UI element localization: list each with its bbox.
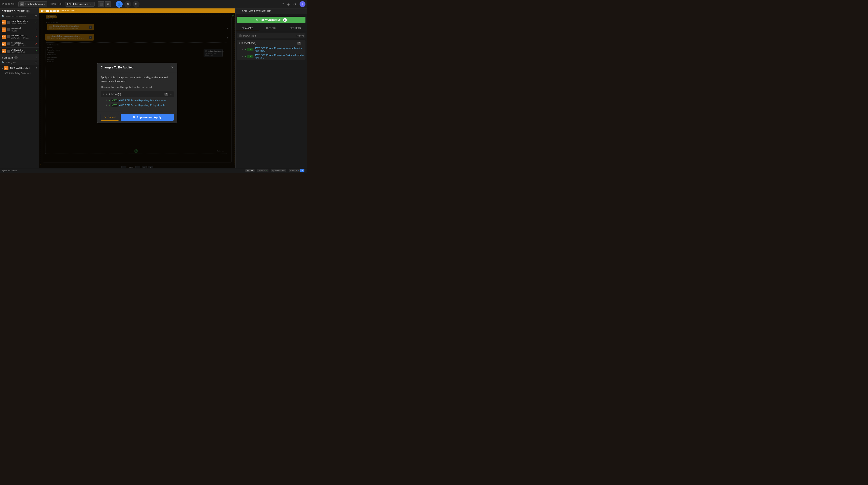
aws-group-count: 1	[36, 67, 37, 69]
tab-secrets[interactable]: SECRETS	[283, 26, 307, 31]
outline-badge: 5	[26, 10, 30, 12]
nav-beaker-icon[interactable]: ⚗	[124, 1, 131, 8]
aws-iam-group[interactable]: ▾ aws AWS IAM Revisited 1	[0, 65, 39, 71]
sidebar-item-lambda-repo[interactable]: aws lambda-how-... AWS ECR Privat... ✓ ✗	[0, 33, 39, 40]
modal-overlay: Changes To Be Applied ✕ Applying this ch…	[39, 13, 235, 168]
action-link-1[interactable]: AWS ECR Private Repository lambda-how-to…	[119, 99, 167, 102]
ci-arrow-2: ↳	[241, 55, 243, 58]
assets-info-icon[interactable]: ℹ	[36, 56, 37, 59]
delete-button[interactable]: 🗑	[105, 1, 111, 7]
system-initiative-label: System Initiative	[2, 169, 17, 172]
item-text: us-east-1 Region	[11, 27, 34, 32]
actions-chevron-icon[interactable]: ▾	[103, 93, 104, 95]
sidebar-item-si-lambda[interactable]: aws si-lambda-... AWS ECR Priv... ✗	[0, 40, 39, 47]
right-content: ⏸ Put On Hold Remove ▾ ≡ 2 Action(s) 2 +…	[236, 31, 307, 168]
ci-plus-2: +	[245, 55, 246, 58]
changeset-section: CHANGE SET: ECR Infrastructure ▾	[50, 2, 95, 6]
changes-group: ▾ ≡ 2 Action(s) 2 + ↳ + CRT: AWS ECR Pri…	[237, 40, 306, 60]
nav-eye-icon[interactable]: 👁	[133, 1, 140, 8]
ci-link-2[interactable]: AWS ECR Private Repository Policy si-lam…	[255, 54, 304, 59]
item-sub: AWS ECR Privat...	[11, 37, 31, 39]
action-arrow-icon: ↳	[106, 99, 107, 102]
change-item-1: ↳ + CRT: AWS ECR Private Repository lamb…	[237, 46, 306, 53]
assets-icon: ◈	[2, 56, 3, 59]
asset-filter-icon[interactable]: ▽	[35, 61, 37, 64]
item-grid-icon	[7, 42, 10, 45]
toggle-on-badge[interactable]: On	[300, 169, 304, 172]
cancel-button[interactable]: ✕ Cancel	[101, 114, 119, 121]
discord-icon[interactable]: ◈	[287, 2, 290, 6]
right-sidebar-title: ECR INFRASTRUCTURE	[242, 10, 271, 12]
changeset-selector[interactable]: ECR Infrastructure ▾	[65, 2, 95, 6]
filter-icon[interactable]: ▽	[35, 15, 37, 18]
item-sub: AWS IAM Poli...	[11, 51, 34, 54]
settings-icon[interactable]: ⚙	[293, 2, 296, 6]
ci-crt-2: CRT:	[247, 55, 253, 58]
user-avatar[interactable]: P	[300, 1, 306, 7]
action-crt-label: CRT:	[112, 99, 118, 102]
item-check-green: ✓	[35, 50, 37, 53]
apply-changeset-button[interactable]: ✕ Apply Change Set 2	[237, 17, 306, 23]
search-bar: 🔍 ▽	[0, 14, 39, 19]
asset-search-bar: 🔍 ▽	[0, 60, 39, 65]
sidebar-item-si-tools-sandbox[interactable]: aws si-tools-sandbox AWS Credential ✓	[0, 19, 39, 26]
tab-changes[interactable]: CHANGES	[236, 26, 259, 31]
actions-plus-btn[interactable]: +	[170, 93, 172, 96]
canvas-area: si-tools-sandbox AWS Credential: 1 us-ea…	[39, 8, 235, 168]
approve-icon: ✕	[133, 116, 135, 119]
apply-icon: ✕	[256, 19, 258, 21]
action-arrow-icon-2: ↳	[106, 104, 107, 107]
hold-label: Put On Hold	[243, 34, 256, 37]
reset-button[interactable]: ⬛	[98, 1, 104, 7]
tab-history[interactable]: HISTORY	[259, 26, 283, 31]
total-badge: Total: 5 3	[257, 169, 269, 172]
total-label: Total: 5	[258, 169, 265, 172]
cg-plus-btn[interactable]: +	[302, 42, 304, 44]
item-name: us-east-1	[11, 27, 34, 30]
sidebar-item-us-east-1[interactable]: aws us-east-1 Region ✓	[0, 26, 39, 33]
outline-title: DEFAULT OUTLINE	[2, 10, 25, 12]
aws-icon: aws	[2, 28, 6, 32]
workspace-icon: SI	[20, 2, 24, 6]
right-header-icon: ✦	[238, 10, 240, 13]
item-text: lambda-how-... AWS ECR Privat...	[11, 34, 31, 39]
top-icons: ⬛ 🗑	[98, 1, 111, 7]
remove-link[interactable]: Remove	[296, 35, 304, 37]
action-crt-label-2: CRT:	[112, 104, 118, 107]
put-on-hold-row: ⏸ Put On Hold Remove	[237, 33, 306, 38]
nav-users-icon[interactable]: 👤	[116, 1, 123, 8]
put-on-hold-left: ⏸ Put On Hold	[239, 34, 256, 37]
canvas-top-label: si-tools-sandbox	[41, 9, 59, 12]
workspace-chevron: ▾	[44, 3, 45, 6]
cg-chevron-icon[interactable]: ▾	[239, 42, 240, 44]
asset-search-input[interactable]	[6, 61, 34, 64]
diff-button[interactable]: ⊞ Diff	[245, 169, 254, 172]
item-sub: Region	[11, 30, 34, 32]
modal-title: Changes To Be Applied	[101, 66, 134, 69]
assets-badge: 1	[14, 56, 18, 59]
workspace-name: Lambda how-to	[25, 3, 43, 6]
aws-group-icon: aws	[4, 66, 8, 70]
ci-arrow-1: ↳	[241, 48, 243, 51]
sidebar-item-allow-lambda[interactable]: aws AllowLam... AWS IAM Poli... ✓	[0, 47, 39, 55]
asset-sub-item: AWS IAM Policy Statement	[0, 71, 39, 75]
actions-label: 2 Action(s)	[109, 93, 163, 96]
item-grid-icon	[7, 50, 10, 53]
help-icon[interactable]: ?	[282, 2, 284, 6]
aws-group-name: AWS IAM Revisited	[10, 67, 35, 69]
actions-count-badge: 2	[164, 93, 168, 96]
search-input[interactable]	[6, 15, 34, 18]
item-check-red: ✗	[35, 35, 37, 38]
workspace-selector[interactable]: SI Lambda how-to ▾	[19, 1, 48, 7]
ci-link-1[interactable]: AWS ECR Private Repository lambda-how-to…	[255, 47, 304, 52]
item-sub: AWS ECR Priv...	[11, 44, 34, 46]
modal-close-button[interactable]: ✕	[171, 65, 174, 69]
changes-group-header: ▾ ≡ 2 Action(s) 2 +	[237, 40, 306, 46]
approve-apply-button[interactable]: ✕ Approve and Apply	[121, 114, 174, 121]
action-link-2[interactable]: AWS ECR Private Repository Policy si-lam…	[119, 104, 166, 106]
action-item-2: ↳ + CRT: AWS ECR Private Repository Poli…	[101, 103, 174, 108]
item-check-green: ✓	[35, 21, 37, 24]
item-sub: AWS Credential	[11, 22, 34, 25]
bottom-status: ⊞ Diff Total: 5 3 Qualifications Total: …	[245, 169, 306, 172]
qualifications-badge: Qualifications	[271, 169, 286, 172]
